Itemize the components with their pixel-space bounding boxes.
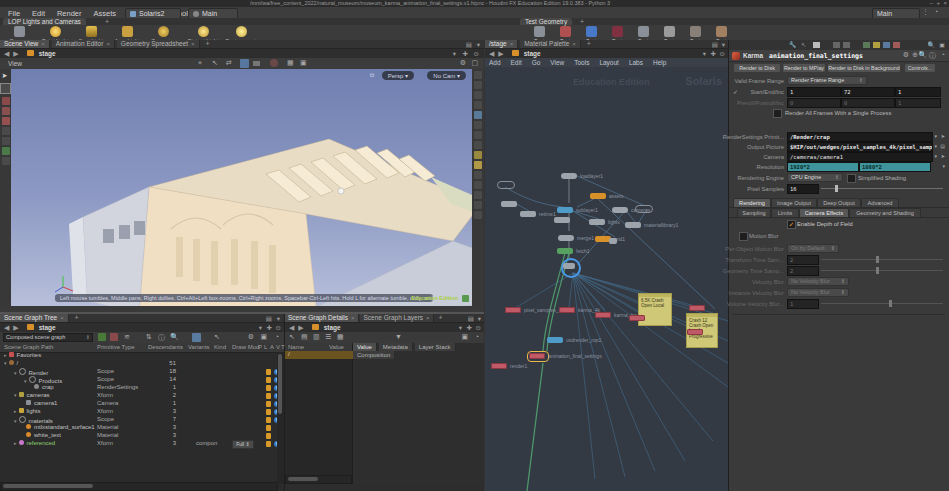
select-arrow-icon[interactable]: ➤ bbox=[941, 153, 945, 159]
path-stage[interactable]: stage bbox=[324, 324, 341, 331]
net-menu-add[interactable]: Add bbox=[485, 58, 505, 67]
menu-overflow-icon[interactable]: ⋮ bbox=[922, 8, 929, 16]
frame-end-field[interactable]: 72 bbox=[841, 87, 895, 97]
usdrender-node[interactable]: usdrender_rop1 bbox=[547, 337, 563, 343]
tree-row-referenced[interactable]: ▸referenced Xform 3 compon Full ⇕ B bbox=[0, 440, 283, 448]
forward-icon[interactable]: ▶ bbox=[13, 324, 18, 331]
rendersettings-field[interactable]: /Render/crap bbox=[787, 132, 933, 142]
net-menu-view[interactable]: View bbox=[546, 58, 568, 67]
dropdown-icon[interactable]: ▾ bbox=[934, 143, 937, 149]
white-square-icon[interactable] bbox=[813, 42, 820, 48]
tree-row-crap[interactable]: crap RenderSettings 1 B bbox=[0, 384, 283, 392]
tab-scene-graph-layers[interactable]: Scene Graph Layers× bbox=[360, 314, 433, 322]
maximize-button[interactable]: + bbox=[936, 0, 940, 6]
lop-node[interactable]: fetch1 bbox=[557, 248, 573, 254]
slider-handle[interactable] bbox=[876, 267, 879, 274]
col-primitive-type[interactable]: Primitive Type bbox=[97, 344, 135, 350]
display-icon-7[interactable] bbox=[474, 141, 482, 149]
close-tab-icon[interactable]: × bbox=[426, 315, 430, 321]
lop-node[interactable]: sublayer1 bbox=[557, 207, 573, 213]
lop-node[interactable]: loadlayer1 bbox=[561, 173, 577, 179]
show-prims-icon[interactable] bbox=[98, 333, 106, 341]
minimize-button[interactable]: – bbox=[930, 0, 933, 6]
scrollbar-thumb[interactable] bbox=[288, 477, 318, 481]
settings-gear-icon[interactable]: ⚙ bbox=[248, 333, 254, 341]
active-tool-icon[interactable] bbox=[240, 59, 249, 68]
display-icon-10[interactable] bbox=[474, 191, 482, 199]
lop-node[interactable] bbox=[635, 205, 653, 213]
tab-scene-view[interactable]: Scene View× bbox=[0, 40, 50, 48]
col-value[interactable]: Value bbox=[329, 344, 344, 350]
display-icon-11[interactable] bbox=[474, 201, 482, 209]
display-icon-9[interactable] bbox=[474, 181, 482, 189]
network-canvas[interactable]: Education Edition Solaris bbox=[485, 67, 728, 491]
karma-node-selected[interactable]: animation_final_settings bbox=[529, 353, 545, 359]
motion-blur-checkbox[interactable] bbox=[739, 232, 748, 241]
slider-handle[interactable] bbox=[889, 300, 892, 307]
file-chooser-icon[interactable]: ▤ bbox=[940, 143, 945, 149]
grid-view-icon[interactable]: ▦ bbox=[337, 333, 344, 341]
red-book-icon[interactable] bbox=[893, 42, 900, 48]
display-icon-5[interactable] bbox=[474, 121, 482, 129]
tree-row-white-text[interactable]: white_text Material 3 bbox=[0, 432, 283, 440]
lighting-mode-icon[interactable] bbox=[474, 151, 482, 159]
lop-node[interactable] bbox=[501, 201, 517, 207]
display-icon-8[interactable] bbox=[474, 171, 482, 179]
camera-selector[interactable]: No Cam ▾ bbox=[427, 71, 466, 80]
net-menu-go[interactable]: Go bbox=[528, 58, 545, 67]
shelf-add-tab-2[interactable]: + bbox=[580, 18, 584, 25]
activate-icon[interactable] bbox=[266, 409, 271, 415]
slider-handle[interactable] bbox=[876, 256, 879, 263]
tab-rendering[interactable]: Rendering bbox=[733, 198, 771, 207]
tree-row-favorites[interactable]: ▸Favorites bbox=[0, 352, 283, 360]
geometry-tool-icon[interactable] bbox=[2, 137, 10, 145]
collapse-all-icon[interactable]: ≋ bbox=[124, 333, 130, 341]
transform-time-field[interactable]: 2 bbox=[787, 255, 819, 265]
shelf-tab-test-geometry[interactable]: Test Geometry bbox=[520, 18, 572, 25]
magnifier-icon[interactable]: 🔍 bbox=[918, 51, 927, 59]
tab-sampling[interactable]: Sampling bbox=[737, 208, 771, 217]
close-tab-icon[interactable]: × bbox=[41, 41, 45, 47]
lights-tool-icon[interactable] bbox=[2, 147, 10, 155]
blue-book-icon[interactable] bbox=[883, 42, 890, 48]
tab-composition[interactable]: Composition bbox=[353, 351, 395, 359]
tab-image-output[interactable]: Image Output bbox=[771, 198, 817, 207]
secure-selection-icon[interactable] bbox=[0, 83, 11, 94]
persp-selector[interactable]: Persp ▾ bbox=[382, 71, 414, 80]
karma-node[interactable] bbox=[687, 329, 703, 335]
panel2-icon[interactable] bbox=[843, 42, 850, 48]
back-icon[interactable]: ◀ bbox=[489, 50, 494, 57]
net-menu-edit[interactable]: Edit bbox=[507, 58, 526, 67]
tab-deep-output[interactable]: Deep Output bbox=[817, 198, 861, 207]
activate-icon[interactable] bbox=[266, 377, 271, 383]
help-icon[interactable]: ◔ bbox=[941, 51, 945, 58]
dof-checkbox[interactable]: ✓ bbox=[787, 220, 796, 229]
tab-material-palette[interactable]: Material Palette× bbox=[520, 40, 581, 48]
per-object-mb-select[interactable]: On by Default⇕ bbox=[787, 244, 839, 253]
col-a[interactable]: A bbox=[270, 344, 274, 350]
snapshot-icon[interactable] bbox=[462, 295, 469, 302]
valid-frame-range-select[interactable]: Render Frame Range⇕ bbox=[787, 76, 867, 85]
cursor-icon[interactable]: ↖ bbox=[214, 333, 220, 341]
controls-button[interactable]: Controls... bbox=[904, 63, 936, 73]
col-variants[interactable]: Variants bbox=[188, 344, 210, 350]
close-tab-icon[interactable]: × bbox=[60, 315, 64, 321]
karma-node[interactable]: pixel_samples_4k bbox=[505, 307, 521, 313]
sticky-note-1[interactable]: 6.5K Crash Open Local bbox=[638, 293, 672, 326]
volume-velocity-blur-field[interactable]: 1 bbox=[787, 299, 819, 309]
tree-row-mtlxstandard[interactable]: mtlxstandard_surface1 Material 3 bbox=[0, 424, 283, 432]
path-stage[interactable]: stage bbox=[39, 50, 56, 57]
instance-velocity-blur-select[interactable]: No Velocity Blur⇕ bbox=[787, 288, 849, 297]
selected-prim-row[interactable]: / bbox=[285, 351, 355, 359]
col-descendants[interactable]: Descendants bbox=[148, 344, 183, 350]
render-to-disk-button[interactable]: Render to Disk bbox=[733, 63, 781, 73]
activate-icon[interactable] bbox=[266, 393, 271, 399]
shading-mode-icon[interactable] bbox=[474, 111, 482, 119]
back-icon[interactable]: ◀ bbox=[4, 50, 9, 57]
geometry-time-field[interactable]: 2 bbox=[787, 266, 819, 276]
lop-node[interactable]: assets bbox=[590, 193, 606, 199]
preroll-field-2[interactable]: 0 bbox=[841, 98, 895, 108]
col-kind[interactable]: Kind bbox=[214, 344, 226, 350]
forward-icon[interactable]: ▶ bbox=[13, 50, 18, 57]
tab-animation-editor[interactable]: Animation Editor× bbox=[52, 40, 115, 48]
